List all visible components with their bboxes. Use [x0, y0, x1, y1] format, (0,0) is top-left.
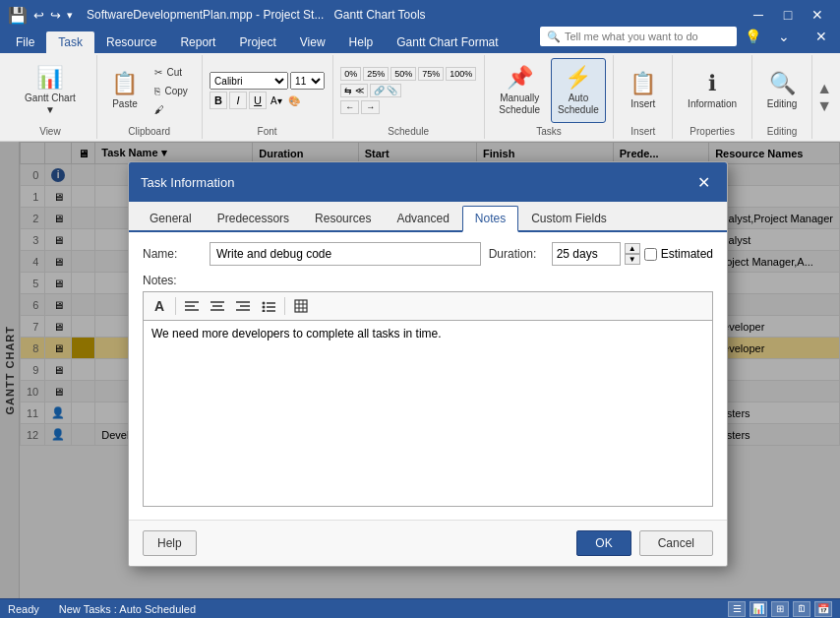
font-size-select[interactable]: 11	[290, 72, 325, 90]
notes-bullets-btn[interactable]	[257, 295, 280, 317]
tab-general[interactable]: General	[137, 206, 205, 230]
tab-report[interactable]: Report	[168, 31, 227, 53]
duration-down-btn[interactable]: ▼	[625, 254, 640, 265]
duration-input[interactable]	[552, 242, 621, 266]
status-icon-1[interactable]: ☰	[728, 601, 746, 617]
notes-align-right-btn[interactable]	[231, 295, 255, 317]
ok-button[interactable]: OK	[576, 530, 630, 556]
italic-btn[interactable]: I	[229, 92, 247, 109]
properties-group-content: ℹ Information	[681, 57, 744, 124]
insert-label: Insert	[630, 98, 655, 110]
notes-align-center-btn[interactable]	[206, 295, 229, 317]
tab-resource[interactable]: Resource	[94, 31, 168, 53]
status-icon-3[interactable]: ⊞	[771, 601, 789, 617]
information-btn[interactable]: ℹ Information	[681, 58, 744, 123]
tab-resources[interactable]: Resources	[302, 206, 384, 230]
estimated-label: Estimated	[661, 247, 713, 261]
font-family-select[interactable]: Calibri	[210, 72, 288, 90]
insert-btn[interactable]: 📋 Insert	[623, 58, 663, 123]
notes-font-btn[interactable]: A	[148, 295, 171, 317]
search-bar[interactable]: 🔍	[540, 27, 737, 46]
undo-btn[interactable]: ↩	[33, 8, 44, 23]
pct-25-btn[interactable]: 0%	[340, 67, 361, 81]
status-bar: Ready New Tasks : Auto Scheduled ☰ 📊 ⊞ 🗓…	[0, 598, 840, 618]
clipboard-label: Clipboard	[128, 124, 170, 137]
editing-btn[interactable]: 🔍 Editing	[760, 58, 805, 123]
redo-btn[interactable]: ↪	[50, 8, 61, 23]
notes-textarea[interactable]: We need more developers to complete all …	[143, 320, 713, 507]
bold-btn[interactable]: B	[210, 92, 227, 109]
status-icon-4[interactable]: 🗓	[793, 601, 810, 617]
pct-done-btn[interactable]: 100%	[446, 67, 476, 81]
ribbon-group-insert: 📋 Insert Insert	[614, 55, 673, 139]
search-input[interactable]	[565, 31, 722, 42]
tab-advanced[interactable]: Advanced	[384, 206, 461, 230]
brush-icon: 🖌	[154, 104, 164, 115]
copy-btn[interactable]: ⎘ Copy	[149, 83, 193, 99]
task-name-input[interactable]	[210, 242, 481, 266]
ribbon-scroll-right[interactable]: ▲▼	[812, 55, 836, 139]
notes-align-left-btn[interactable]	[180, 295, 204, 317]
status-icon-5[interactable]: 📅	[814, 601, 832, 617]
status-bar-right: ☰ 📊 ⊞ 🗓 📅	[728, 601, 832, 617]
indent-btn[interactable]: ←	[340, 100, 359, 114]
tab-help[interactable]: Help	[337, 31, 386, 53]
tab-gantt-format[interactable]: Gantt Chart Format	[385, 31, 510, 53]
ribbon-min-btn[interactable]: ⌄	[769, 22, 799, 51]
information-label: Information	[688, 98, 737, 110]
underline-btn[interactable]: U	[249, 92, 267, 109]
title-text: SoftwareDevelopmentPlan.mpp - Project St…	[87, 8, 324, 22]
tasks-group-content: 📌 ManuallySchedule ⚡ AutoSchedule	[492, 57, 605, 124]
cancel-button[interactable]: Cancel	[639, 530, 713, 556]
cut-btn[interactable]: ✂ Cut	[149, 64, 193, 81]
tab-file[interactable]: File	[4, 31, 46, 53]
pct-50-btn[interactable]: 25%	[363, 67, 389, 81]
duration-spinner: ▲ ▼	[625, 243, 640, 265]
paste-btn[interactable]: 📋 Paste	[104, 58, 145, 123]
duration-up-btn[interactable]: ▲	[625, 243, 640, 254]
tab-custom-fields[interactable]: Custom Fields	[518, 206, 620, 230]
tab-predecessors[interactable]: Predecessors	[205, 206, 302, 230]
estimated-checkbox[interactable]	[644, 248, 657, 261]
toolbar-sep-2	[284, 297, 285, 315]
task-information-dialog: Task Information ✕ General Predecessors …	[128, 161, 728, 567]
status-icon-2[interactable]: 📊	[750, 601, 767, 617]
status-ready: Ready	[8, 603, 39, 615]
pct-75-btn[interactable]: 50%	[390, 67, 416, 81]
cut-icon: ✂	[154, 67, 162, 78]
notes-section-label: Notes:	[143, 274, 713, 287]
gantt-icon: 📊	[36, 65, 63, 91]
ribbon-group-tasks: 📌 ManuallySchedule ⚡ AutoSchedule Tasks	[485, 55, 615, 139]
ribbon-tabs: File Task Resource Report Project View H…	[0, 30, 840, 53]
toolbar-sep-1	[175, 297, 176, 315]
editing-label: Editing	[767, 98, 798, 110]
notes-table-btn[interactable]	[289, 295, 313, 317]
ribbon-close-btn[interactable]: ✕	[807, 22, 836, 51]
customize-btn[interactable]: ▾	[67, 9, 73, 22]
gantt-chart-btn[interactable]: 📊 Gantt Chart ▼	[12, 58, 89, 123]
ribbon-group-font: Calibri 11 B I U A▾ 🎨 Font	[203, 55, 333, 139]
help-button[interactable]: Help	[143, 530, 197, 556]
auto-schedule-btn[interactable]: ⚡ AutoSchedule	[551, 58, 606, 123]
duration-group: Duration: ▲ ▼ Estimated	[489, 242, 713, 266]
svg-point-13	[263, 310, 266, 313]
format-painter-btn[interactable]: 🖌	[149, 101, 193, 118]
editing-icon: 🔍	[769, 71, 796, 96]
resp-links-btn[interactable]: ⇆ ≪	[340, 84, 368, 97]
view-group-content: 📊 Gantt Chart ▼	[12, 57, 89, 124]
manually-schedule-btn[interactable]: 📌 ManuallySchedule	[492, 58, 547, 123]
tab-task[interactable]: Task	[46, 31, 94, 53]
paste-icon: 📋	[111, 71, 138, 96]
information-icon: ℹ	[708, 71, 716, 96]
task-info-btn[interactable]: 🔗 📎	[370, 84, 402, 97]
tab-project[interactable]: Project	[227, 31, 287, 53]
tab-notes[interactable]: Notes	[462, 206, 518, 232]
pct-100-btn[interactable]: 75%	[418, 67, 444, 81]
modal-close-btn[interactable]: ✕	[691, 170, 715, 194]
tab-view[interactable]: View	[288, 31, 337, 53]
color-btns: A▾ 🎨	[270, 95, 300, 106]
clipboard-small-group: ✂ Cut ⎘ Copy 🖌	[149, 58, 193, 123]
insert-group-label: Insert	[630, 124, 655, 137]
ribbon-group-editing: 🔍 Editing Editing	[752, 55, 812, 139]
outdent-btn[interactable]: →	[361, 100, 380, 114]
